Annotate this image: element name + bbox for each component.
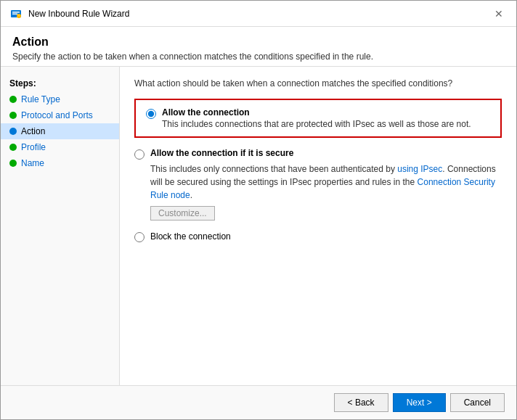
- sidebar-label-rule-type: Rule Type: [21, 94, 60, 104]
- svg-rect-2: [12, 13, 17, 15]
- title-bar-title: New Inbound Rule Wizard: [28, 9, 129, 19]
- block-option-label: Block the connection: [150, 231, 231, 242]
- title-bar-left: New Inbound Rule Wizard: [9, 7, 129, 20]
- sidebar-label-protocol-ports: Protocol and Ports: [21, 110, 93, 120]
- back-button[interactable]: < Back: [334, 393, 388, 412]
- allow-option-content: Allow the connection This includes conne…: [162, 107, 471, 129]
- allow-option-row: Allow the connection This includes conne…: [146, 107, 490, 129]
- allow-option-title: Allow the connection: [162, 107, 471, 118]
- sidebar-item-protocol-ports[interactable]: Protocol and Ports: [1, 107, 119, 123]
- sidebar-item-action[interactable]: Action: [1, 123, 119, 139]
- secure-radio[interactable]: [134, 149, 144, 160]
- dot-icon-protocol-ports: [9, 112, 17, 119]
- page-header: Action Specify the action to be taken wh…: [1, 27, 516, 67]
- sidebar: Steps: Rule Type Protocol and Ports Acti…: [1, 67, 120, 385]
- svg-point-3: [17, 14, 21, 18]
- secure-option-content: Allow the connection if it is secure: [150, 148, 293, 158]
- next-button[interactable]: Next >: [393, 393, 446, 412]
- block-radio[interactable]: [134, 232, 144, 242]
- ipsec-link: using IPsec: [397, 164, 442, 174]
- main-content: What action should be taken when a conne…: [120, 67, 516, 385]
- dot-icon-rule-type: [9, 96, 17, 103]
- block-option: Block the connection: [134, 231, 502, 242]
- svg-rect-1: [12, 12, 20, 13]
- dot-icon-profile: [9, 144, 17, 151]
- page-title: Action: [12, 36, 505, 49]
- secure-option-row: Allow the connection if it is secure: [134, 148, 502, 160]
- title-bar: New Inbound Rule Wizard ✕: [1, 1, 516, 27]
- secure-option-desc: This includes only connections that have…: [150, 162, 502, 202]
- secure-option: Allow the connection if it is secure Thi…: [134, 148, 502, 221]
- sidebar-label-profile: Profile: [21, 142, 46, 152]
- allow-radio[interactable]: [146, 109, 156, 119]
- page-description: Specify the action to be taken when a co…: [12, 52, 505, 62]
- sidebar-label-name: Name: [21, 158, 44, 168]
- close-button[interactable]: ✕: [490, 5, 508, 22]
- content-area: Steps: Rule Type Protocol and Ports Acti…: [1, 67, 516, 385]
- question-text: What action should be taken when a conne…: [134, 78, 502, 88]
- wizard-window: New Inbound Rule Wizard ✕ Action Specify…: [0, 0, 517, 420]
- footer: < Back Next > Cancel: [1, 385, 516, 419]
- sidebar-item-rule-type[interactable]: Rule Type: [1, 91, 119, 107]
- connection-security-link: Connection Security Rule node: [150, 177, 495, 200]
- steps-label: Steps:: [1, 75, 119, 91]
- dot-icon-action: [9, 128, 17, 135]
- sidebar-item-profile[interactable]: Profile: [1, 139, 119, 155]
- allow-option-desc: This includes connections that are prote…: [162, 119, 471, 129]
- cancel-button[interactable]: Cancel: [450, 393, 505, 412]
- wizard-icon: [9, 7, 23, 20]
- dot-icon-name: [9, 160, 17, 167]
- sidebar-item-name[interactable]: Name: [1, 155, 119, 171]
- customize-button[interactable]: Customize...: [150, 206, 215, 221]
- allow-option-box: Allow the connection This includes conne…: [134, 99, 502, 138]
- sidebar-label-action: Action: [21, 126, 45, 136]
- secure-option-title: Allow the connection if it is secure: [150, 148, 293, 158]
